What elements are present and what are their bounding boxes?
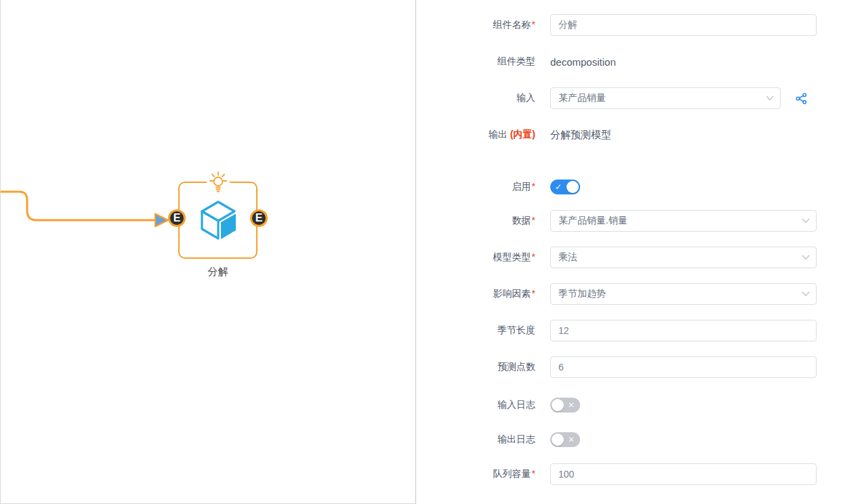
cube-icon xyxy=(198,199,239,241)
bulb-icon[interactable] xyxy=(207,171,230,194)
influence-factor-value: 季节加趋势 xyxy=(558,288,606,300)
row-season-length: 季节长度 xyxy=(416,320,843,341)
input-port-label: E xyxy=(173,213,181,224)
row-component-name: 组件名称* xyxy=(416,14,843,36)
queue-capacity-input[interactable] xyxy=(550,463,817,485)
row-data-field: 数据* 某产品销量.销量 xyxy=(416,210,843,232)
component-name-label: 组件名称* xyxy=(416,19,535,31)
toggle-knob xyxy=(552,434,564,446)
required-mark: * xyxy=(532,288,535,299)
output-port[interactable]: E xyxy=(250,209,268,227)
model-type-value: 乘法 xyxy=(558,251,577,264)
row-input-source: 输入 某产品销量 xyxy=(416,87,843,109)
row-output: 输出 (内置) 分解预测模型 xyxy=(416,124,843,146)
output-label: 输出 (内置) xyxy=(416,129,535,141)
component-name-input[interactable] xyxy=(550,14,817,36)
enabled-label: 启用* xyxy=(416,181,535,193)
chevron-down-icon xyxy=(766,96,774,101)
forecast-points-input[interactable] xyxy=(550,356,817,378)
component-type-value: decomposition xyxy=(550,56,616,68)
queue-capacity-label: 队列容量* xyxy=(416,468,535,480)
input-log-toggle[interactable]: ✕ xyxy=(550,398,580,413)
row-queue-capacity: 队列容量* xyxy=(416,463,843,485)
data-field-select[interactable]: 某产品销量.销量 xyxy=(550,210,817,232)
wire-path[interactable] xyxy=(1,192,155,220)
forecast-points-label: 预测点数 xyxy=(416,361,535,373)
cross-icon: ✕ xyxy=(568,401,575,409)
wire-arrowhead-icon xyxy=(155,214,168,227)
required-mark: * xyxy=(532,181,535,192)
influence-factor-label: 影响因素* xyxy=(416,288,535,300)
output-port-label: E xyxy=(255,213,263,224)
output-value: 分解预测模型 xyxy=(550,129,611,142)
output-log-toggle[interactable]: ✕ xyxy=(550,432,580,447)
required-mark: * xyxy=(532,19,535,30)
row-influence-factor: 影响因素* 季节加趋势 xyxy=(416,283,843,305)
input-source-select[interactable]: 某产品销量 xyxy=(550,87,781,109)
row-forecast-points: 预测点数 xyxy=(416,356,843,378)
share-icon[interactable] xyxy=(796,93,807,104)
row-enabled: 启用* ✓ xyxy=(416,176,843,198)
toggle-knob xyxy=(552,399,564,411)
data-field-value: 某产品销量.销量 xyxy=(558,215,628,227)
component-type-label: 组件类型 xyxy=(416,56,535,68)
influence-factor-select[interactable]: 季节加趋势 xyxy=(550,283,817,305)
input-source-label: 输入 xyxy=(416,92,535,104)
season-length-label: 季节长度 xyxy=(416,324,535,337)
chevron-down-icon xyxy=(802,218,810,224)
flow-canvas[interactable]: E E 分解 xyxy=(0,0,416,504)
check-icon: ✓ xyxy=(555,183,562,191)
required-mark: * xyxy=(532,468,535,479)
decomposition-node[interactable]: E E 分解 xyxy=(178,182,258,259)
row-component-type: 组件类型 decomposition xyxy=(416,51,843,72)
node-label: 分解 xyxy=(180,266,256,278)
chevron-down-icon xyxy=(802,255,810,260)
input-source-value: 某产品销量 xyxy=(558,92,606,104)
input-port[interactable]: E xyxy=(168,209,186,227)
row-output-log: 输出日志 ✕ xyxy=(416,429,843,450)
enabled-toggle[interactable]: ✓ xyxy=(550,180,580,194)
model-type-select[interactable]: 乘法 xyxy=(550,247,817,268)
data-field-label: 数据* xyxy=(416,215,535,227)
model-type-label: 模型类型* xyxy=(416,251,535,264)
output-log-label: 输出日志 xyxy=(416,434,535,446)
app-root: E E 分解 组件名称* 组件类型 decomposition 输入 xyxy=(0,0,843,504)
cross-icon: ✕ xyxy=(568,436,575,444)
season-length-input[interactable] xyxy=(550,320,817,341)
builtin-tag: (内置) xyxy=(510,129,535,140)
required-mark: * xyxy=(532,251,535,262)
input-log-label: 输入日志 xyxy=(416,399,535,411)
required-mark: * xyxy=(532,215,535,226)
toggle-knob xyxy=(567,181,579,193)
properties-panel: 组件名称* 组件类型 decomposition 输入 某产品销量 xyxy=(416,0,843,504)
row-input-log: 输入日志 ✕ xyxy=(416,394,843,416)
chevron-down-icon xyxy=(802,291,810,297)
row-model-type: 模型类型* 乘法 xyxy=(416,247,843,268)
